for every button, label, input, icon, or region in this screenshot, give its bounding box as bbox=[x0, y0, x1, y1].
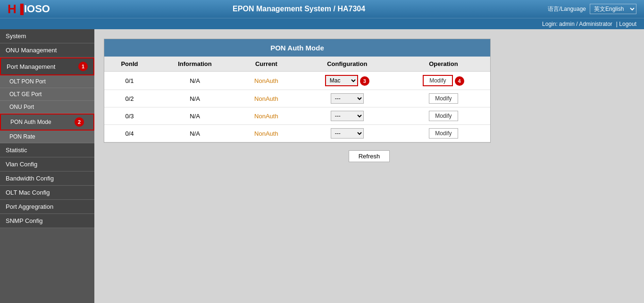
language-select[interactable]: 英文English 中文Chinese bbox=[590, 4, 636, 14]
sidebar-item-system[interactable]: System bbox=[0, 29, 94, 43]
table-title: PON Auth Mode bbox=[104, 39, 490, 57]
sidebar-item-olt-mac-config[interactable]: OLT Mac Config bbox=[0, 186, 94, 200]
modify-button-0-1[interactable]: Modify bbox=[423, 75, 452, 86]
cell-configuration: Mac---LoidHybrid bbox=[298, 125, 397, 142]
config-select-0-3[interactable]: Mac---LoidHybrid bbox=[331, 111, 364, 121]
refresh-button[interactable]: Refresh bbox=[349, 150, 390, 162]
table-header-row: PonId Information Current Configuration … bbox=[104, 57, 490, 72]
col-ponid: PonId bbox=[104, 57, 155, 72]
cell-current: NonAuth bbox=[235, 107, 298, 125]
col-information: Information bbox=[155, 57, 235, 72]
sidebar-item-olt-pon-port[interactable]: OLT PON Port bbox=[0, 75, 94, 88]
cell-ponid: 0/4 bbox=[104, 125, 155, 142]
cell-ponid: 0/1 bbox=[104, 72, 155, 90]
logo-h-letter: H bbox=[8, 2, 17, 16]
cell-current: NonAuth bbox=[235, 90, 298, 107]
header-top: H ▐ IOSO EPON Management System / HA7304… bbox=[0, 0, 644, 18]
sidebar-label-onu-port: ONU Port bbox=[9, 104, 34, 110]
sidebar-item-pon-rate[interactable]: PON Rate bbox=[0, 131, 94, 143]
table-row: 0/2N/ANonAuthMac---LoidHybridModify bbox=[104, 90, 490, 107]
table-row: 0/1N/ANonAuthMac---LoidHybrid3Modify4 bbox=[104, 72, 490, 90]
login-text: Login: admin / Administrator bbox=[542, 21, 612, 27]
sidebar-item-vlan-config[interactable]: Vlan Config bbox=[0, 157, 94, 172]
cell-information: N/A bbox=[155, 107, 235, 125]
cell-information: N/A bbox=[155, 125, 235, 142]
cell-ponid: 0/2 bbox=[104, 90, 155, 107]
sidebar-label-port-aggregration: Port Aggregration bbox=[6, 203, 53, 210]
col-configuration: Configuration bbox=[298, 57, 397, 72]
sidebar-label-vlan-config: Vlan Config bbox=[6, 161, 37, 168]
logo-icon-graphic: ▐ bbox=[17, 4, 24, 15]
sidebar-label-pon-auth-mode: PON Auth Mode bbox=[10, 119, 51, 125]
pon-auth-mode-table-container: PON Auth Mode PonId Information Current … bbox=[104, 39, 491, 143]
cell-operation: Modify bbox=[397, 107, 490, 125]
pon-auth-mode-table: PonId Information Current Configuration … bbox=[104, 57, 490, 142]
cell-ponid: 0/3 bbox=[104, 107, 155, 125]
col-current: Current bbox=[235, 57, 298, 72]
sidebar-label-olt-pon-port: OLT PON Port bbox=[9, 78, 46, 85]
cell-current: NonAuth bbox=[235, 72, 298, 90]
sidebar-label-onu-management: ONU Management bbox=[6, 47, 57, 54]
language-label: 语言/Language bbox=[548, 5, 586, 13]
cell-current: NonAuth bbox=[235, 125, 298, 142]
system-title: EPON Management System / HA7304 bbox=[50, 5, 548, 13]
login-bar: Login: admin / Administrator | Logout bbox=[0, 18, 644, 29]
sidebar-item-onu-management[interactable]: ONU Management bbox=[0, 43, 94, 57]
config-select-0-4[interactable]: Mac---LoidHybrid bbox=[331, 128, 364, 139]
sidebar-item-onu-port[interactable]: ONU Port bbox=[0, 101, 94, 114]
cell-operation: Modify4 bbox=[397, 72, 490, 90]
badge-4: 4 bbox=[455, 76, 464, 86]
sidebar-label-statistic: Statistic bbox=[6, 147, 27, 154]
sidebar-label-snmp-config: SNMP Config bbox=[6, 217, 43, 224]
config-select-0-1[interactable]: Mac---LoidHybrid bbox=[325, 75, 358, 86]
badge-3: 3 bbox=[360, 76, 369, 86]
logout-link[interactable]: | Logout bbox=[616, 21, 636, 27]
col-operation: Operation bbox=[397, 57, 490, 72]
cell-operation: Modify bbox=[397, 125, 490, 142]
modify-button-0-4[interactable]: Modify bbox=[429, 128, 458, 139]
sidebar-item-statistic[interactable]: Statistic bbox=[0, 143, 94, 157]
sidebar-label-pon-rate: PON Rate bbox=[9, 133, 35, 140]
table-row: 0/3N/ANonAuthMac---LoidHybridModify bbox=[104, 107, 490, 125]
content-area: PON Auth Mode PonId Information Current … bbox=[94, 29, 644, 303]
config-select-0-2[interactable]: Mac---LoidHybrid bbox=[331, 93, 364, 104]
sidebar-item-bandwidth-config[interactable]: Bandwidth Config bbox=[0, 172, 94, 186]
main-layout: System ONU Management Port Management 1 … bbox=[0, 29, 644, 303]
sidebar-item-port-management[interactable]: Port Management 1 bbox=[0, 57, 94, 75]
table-row: 0/4N/ANonAuthMac---LoidHybridModify bbox=[104, 125, 490, 142]
modify-button-0-2[interactable]: Modify bbox=[429, 93, 458, 104]
cell-configuration: Mac---LoidHybrid bbox=[298, 107, 397, 125]
sidebar-label-bandwidth-config: Bandwidth Config bbox=[6, 175, 54, 182]
header-right: 语言/Language 英文English 中文Chinese bbox=[548, 4, 636, 14]
sidebar-item-olt-ge-port[interactable]: OLT GE Port bbox=[0, 88, 94, 101]
sidebar-item-port-aggregration[interactable]: Port Aggregration bbox=[0, 200, 94, 214]
refresh-area: Refresh bbox=[104, 143, 635, 170]
sidebar-item-pon-auth-mode[interactable]: PON Auth Mode 2 bbox=[0, 114, 94, 131]
sidebar-label-port-management: Port Management bbox=[7, 63, 55, 70]
cell-information: N/A bbox=[155, 72, 235, 90]
sidebar: System ONU Management Port Management 1 … bbox=[0, 29, 94, 303]
sidebar-item-snmp-config[interactable]: SNMP Config bbox=[0, 214, 94, 228]
logo-rest-text: IOSO bbox=[24, 3, 50, 15]
logo: H ▐ IOSO bbox=[8, 2, 50, 16]
sidebar-label-olt-mac-config: OLT Mac Config bbox=[6, 189, 50, 196]
cell-operation: Modify bbox=[397, 90, 490, 107]
sidebar-label-system: System bbox=[6, 33, 26, 40]
cell-information: N/A bbox=[155, 90, 235, 107]
modify-button-0-3[interactable]: Modify bbox=[429, 111, 458, 121]
badge-2: 2 bbox=[75, 117, 84, 127]
badge-1: 1 bbox=[78, 62, 88, 71]
sidebar-label-olt-ge-port: OLT GE Port bbox=[9, 91, 42, 98]
cell-configuration: Mac---LoidHybrid3 bbox=[298, 72, 397, 90]
cell-configuration: Mac---LoidHybrid bbox=[298, 90, 397, 107]
